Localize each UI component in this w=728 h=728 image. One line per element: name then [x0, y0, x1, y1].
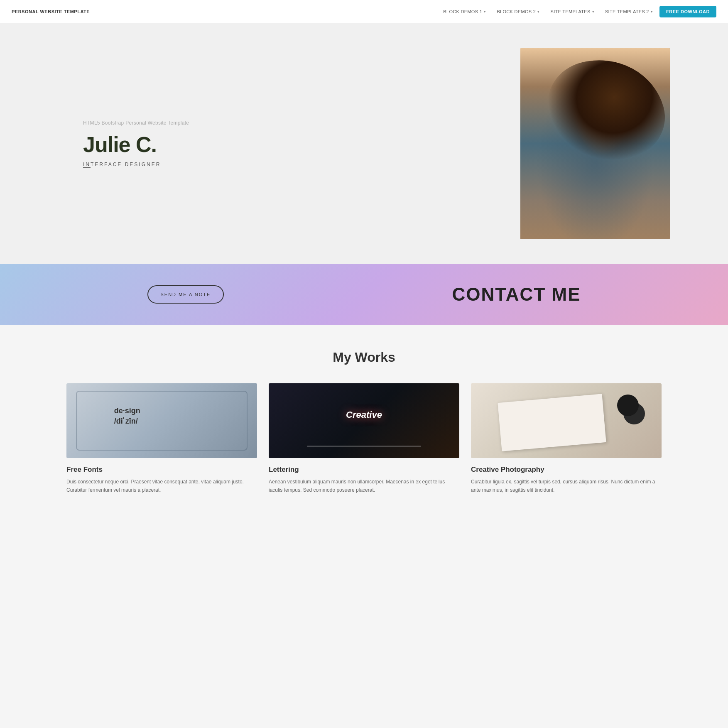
hero-subtitle: HTML5 Bootstrap Personal Website Templat…	[83, 120, 257, 126]
work-title-creative-photography: Creative Photography	[471, 466, 662, 474]
work-desc-lettering: Aenean vestibulum aliquam mauris non ull…	[269, 478, 459, 495]
hero-name: Julie C.	[83, 133, 257, 156]
hero-role: INTERFACE DESIGNER	[83, 162, 257, 167]
site-logo: PERSONAL WEBSITE TEMPLATE	[12, 9, 90, 14]
hero-photo	[520, 48, 670, 239]
work-title-free-fonts: Free Fonts	[66, 466, 257, 474]
navbar: PERSONAL WEBSITE TEMPLATE BLOCK DEMOS 1 …	[0, 0, 728, 23]
chevron-down-icon: ▾	[592, 10, 594, 14]
work-image-creative-photography	[471, 383, 662, 458]
nav-block-demos-1[interactable]: BLOCK DEMOS 1 ▾	[439, 7, 490, 17]
free-download-button[interactable]: FREE DOWNLOAD	[659, 6, 716, 17]
work-card-lettering: Lettering Aenean vestibulum aliquam maur…	[269, 383, 459, 495]
send-note-button[interactable]: SEND ME A NOTE	[147, 285, 224, 304]
works-grid: Free Fonts Duis consectetur neque orci. …	[66, 383, 662, 495]
contact-band: SEND ME A NOTE CONTACT ME	[0, 264, 728, 325]
work-desc-creative-photography: Curabitur ligula ex, sagittis vel turpis…	[471, 478, 662, 495]
nav-block-demos-2[interactable]: BLOCK DEMOS 2 ▾	[493, 7, 544, 17]
hero-content: HTML5 Bootstrap Personal Website Templat…	[83, 120, 257, 168]
chevron-down-icon: ▾	[651, 10, 653, 14]
works-section: My Works Free Fonts Duis consectetur neq…	[0, 325, 728, 520]
nav-links: BLOCK DEMOS 1 ▾ BLOCK DEMOS 2 ▾ SITE TEM…	[439, 6, 716, 17]
chevron-down-icon: ▾	[537, 10, 539, 14]
chevron-down-icon: ▾	[484, 10, 486, 14]
work-image-free-fonts	[66, 383, 257, 458]
hero-section: HTML5 Bootstrap Personal Website Templat…	[0, 23, 728, 264]
work-image-lettering	[269, 383, 459, 458]
hero-photo-inner	[520, 48, 670, 239]
nav-site-templates[interactable]: SITE TEMPLATES ▾	[547, 7, 598, 17]
works-title: My Works	[66, 350, 662, 365]
work-card-creative-photography: Creative Photography Curabitur ligula ex…	[471, 383, 662, 495]
contact-title: CONTACT ME	[452, 284, 581, 305]
nav-site-templates-2[interactable]: SITE TEMPLATES 2 ▾	[601, 7, 657, 17]
work-title-lettering: Lettering	[269, 466, 459, 474]
hero-image-container	[520, 48, 670, 239]
work-desc-free-fonts: Duis consectetur neque orci. Praesent vi…	[66, 478, 257, 495]
work-card-free-fonts: Free Fonts Duis consectetur neque orci. …	[66, 383, 257, 495]
